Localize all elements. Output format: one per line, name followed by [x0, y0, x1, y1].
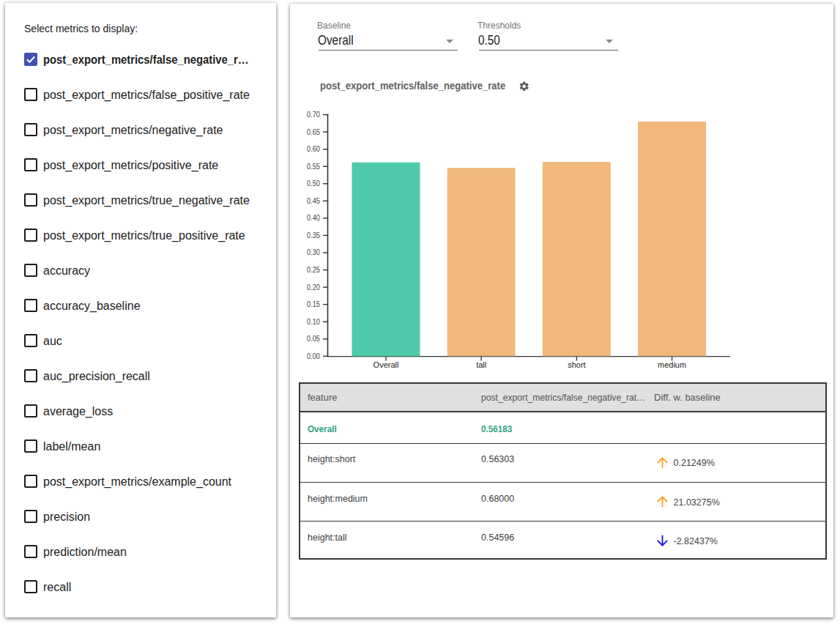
svg-text:0.60: 0.60: [307, 145, 320, 153]
svg-text:0.45: 0.45: [307, 196, 320, 204]
svg-text:0.55: 0.55: [307, 162, 320, 170]
svg-text:0.50: 0.50: [307, 179, 320, 188]
svg-text:0.00: 0.00: [307, 352, 320, 360]
svg-text:0.10: 0.10: [307, 317, 320, 325]
svg-text:0.35: 0.35: [307, 231, 320, 240]
svg-text:0.20: 0.20: [307, 283, 320, 291]
svg-text:tall: tall: [476, 360, 486, 369]
svg-text:0.15: 0.15: [307, 300, 320, 308]
svg-text:0.65: 0.65: [307, 127, 320, 136]
svg-text:0.30: 0.30: [307, 248, 320, 256]
svg-text:0.05: 0.05: [307, 335, 320, 343]
svg-text:0.25: 0.25: [307, 266, 320, 274]
svg-text:medium: medium: [658, 360, 686, 369]
svg-text:0.70: 0.70: [307, 111, 320, 119]
svg-text:Overall: Overall: [373, 360, 399, 369]
svg-text:short: short: [568, 360, 585, 369]
svg-text:0.40: 0.40: [307, 214, 320, 222]
